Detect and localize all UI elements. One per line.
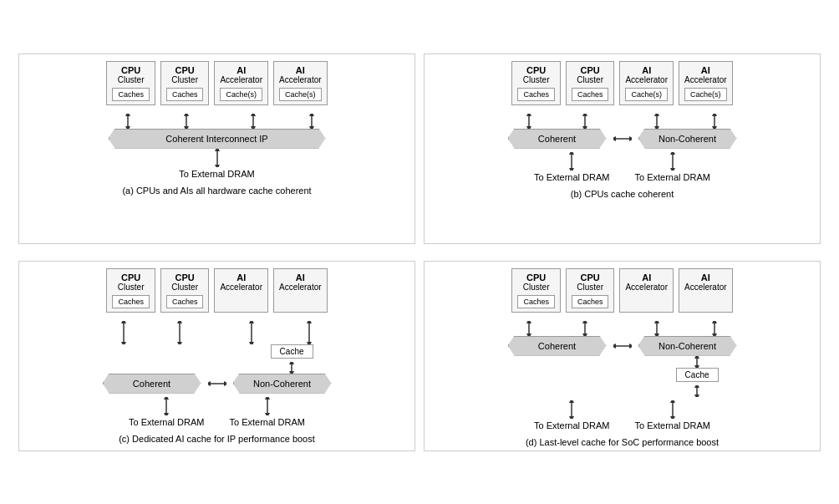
dram-col-left-b: To External DRAM: [534, 152, 609, 184]
cpu-cluster-2-b: CPU Cluster Caches: [566, 61, 615, 105]
cache-extra-row-c: Cache: [96, 344, 338, 374]
cpu-cluster-2-d: CPU Cluster Caches: [566, 268, 615, 313]
cpu-cluster-1-d: CPU Cluster Caches: [511, 268, 561, 313]
unit-sub: Accelerator: [279, 283, 322, 292]
diagram-d: CPU Cluster Caches CPU Cluster Caches AI…: [424, 261, 821, 451]
unit-sub: Accelerator: [279, 75, 322, 84]
cache-box: Cache(s): [220, 88, 262, 101]
ai-acc-1-b: AI Accelerator Cache(s): [619, 61, 674, 105]
ai-acc-1-d: AI Accelerator: [619, 268, 674, 313]
cpu-cluster-2-c: CPU Cluster Caches: [160, 268, 210, 313]
cache-box: Cache(s): [625, 88, 668, 101]
top-boxes-b: CPU Cluster Caches CPU Cluster Caches AI…: [511, 61, 732, 105]
unit-title: AI: [296, 65, 305, 75]
coherent-d: Coherent: [508, 336, 607, 356]
unit-sub: Cluster: [577, 75, 603, 84]
coherent-c: Coherent: [103, 374, 201, 394]
unit-sub: Cluster: [118, 283, 145, 292]
non-coherent-d: Non-Coherent: [638, 336, 737, 356]
unit-sub: Cluster: [171, 283, 198, 292]
arrow-d-bottom-left: [563, 400, 580, 419]
arrow-c-cache-down: [283, 362, 300, 374]
unit-sub: Accelerator: [220, 75, 262, 84]
unit-sub: Cluster: [171, 75, 198, 84]
unit-sub: Cluster: [118, 75, 145, 84]
cache-extra-col-d: Cache: [676, 356, 719, 397]
unit-title: CPU: [121, 65, 140, 75]
cache-box: Caches: [572, 88, 609, 101]
arrow-d-bottom-right: [664, 400, 681, 419]
unit-title: AI: [642, 272, 651, 283]
unit-title: AI: [236, 272, 246, 283]
h-arrow-c: [208, 375, 226, 392]
top-boxes-c: CPU Cluster Caches CPU Cluster Caches AI…: [106, 268, 327, 313]
main-container: CPU Cluster Caches CPU Cluster Caches AI…: [10, 45, 829, 460]
ai-acc-2-d: AI Accelerator: [679, 268, 733, 313]
non-coherent-label-d: Non-Coherent: [658, 341, 716, 351]
unit-title: CPU: [121, 272, 140, 283]
dram-col-left-d: To External DRAM: [534, 400, 609, 432]
unit-title: CPU: [175, 65, 195, 75]
arrow-d-cache-down: [689, 385, 705, 397]
interconnects-c: Coherent Non-Coherent: [103, 374, 332, 394]
unit-title: CPU: [526, 272, 546, 283]
coherent-label-b: Coherent: [538, 134, 576, 144]
unit-title: AI: [296, 272, 305, 283]
unit-sub: Cluster: [577, 283, 603, 292]
cache-extra-row-d: Cache: [501, 356, 744, 397]
h-arrow-b: [613, 130, 632, 147]
unit-sub: Accelerator: [220, 283, 262, 292]
diagram-a: CPU Cluster Caches CPU Cluster Caches AI…: [18, 53, 415, 244]
unit-title: AI: [701, 65, 710, 75]
arrows-a-bottom: [100, 149, 334, 167]
arrows-c-top-row: [96, 321, 338, 344]
top-boxes-d: CPU Cluster Caches CPU Cluster Caches AI…: [511, 268, 732, 313]
dram-row-c: To External DRAM To External DRAM: [129, 397, 305, 429]
unit-title: AI: [701, 272, 710, 283]
cache-box: Caches: [572, 295, 609, 308]
arrow-c-bottom-left: [158, 397, 175, 415]
arrow-b-bottom-left: [563, 152, 580, 171]
coherent-label-d: Coherent: [538, 341, 576, 351]
ai-acc-2-b: AI Accelerator Cache(s): [679, 61, 733, 105]
cache-box: Cache(s): [684, 88, 727, 101]
unit-sub: Accelerator: [684, 75, 727, 84]
h-arrow-d: [613, 338, 632, 354]
coherent-b: Coherent: [508, 129, 607, 149]
diagram-b: CPU Cluster Caches CPU Cluster Caches AI…: [424, 53, 821, 244]
ai-acc-1-c: AI Accelerator: [214, 268, 268, 313]
non-coherent-c: Non-Coherent: [233, 374, 332, 394]
coherent-label-c: Coherent: [133, 379, 170, 389]
cache-box: Caches: [112, 88, 150, 101]
dram-label-c-left: To External DRAM: [129, 417, 204, 427]
unit-title: CPU: [581, 272, 600, 283]
arrow-d-cache-up: [689, 356, 705, 368]
dram-label-c-right: To External DRAM: [230, 417, 305, 427]
cache-box: Caches: [166, 88, 204, 101]
dram-row-b: To External DRAM To External DRAM: [534, 152, 710, 184]
unit-title: CPU: [175, 272, 195, 283]
unit-title: AI: [236, 65, 246, 75]
unit-title: CPU: [581, 65, 600, 75]
caption-a: (a) CPUs and AIs all hardware cache cohe…: [122, 186, 311, 196]
caption-c: (c) Dedicated AI cache for IP performanc…: [119, 434, 315, 444]
interconnects-d: Coherent Non-Coherent: [508, 336, 737, 356]
unit-title: CPU: [526, 65, 546, 75]
arrows-a: [100, 114, 334, 129]
dram-label-b-right: To External DRAM: [635, 172, 710, 182]
non-coherent-b: Non-Coherent: [638, 129, 737, 149]
cache-extra-col-c: Cache: [271, 344, 313, 374]
non-coherent-label-c: Non-Coherent: [253, 379, 311, 389]
arrows-d-top: [501, 321, 744, 336]
dram-col-left-c: To External DRAM: [129, 397, 204, 429]
unit-sub: Accelerator: [684, 283, 727, 292]
cache-extra-c: Cache: [271, 344, 313, 359]
unit-sub: Cluster: [523, 283, 550, 292]
cache-box: Caches: [517, 295, 555, 308]
unit-sub: Accelerator: [625, 75, 668, 84]
cpu-cluster-1-c: CPU Cluster Caches: [106, 268, 155, 313]
dram-label-d-left: To External DRAM: [534, 420, 609, 430]
ai-acc-2-c: AI Accelerator: [273, 268, 328, 313]
diagram-c: CPU Cluster Caches CPU Cluster Caches AI…: [18, 261, 415, 451]
cpu-cluster-1-a: CPU Cluster Caches: [106, 61, 155, 105]
